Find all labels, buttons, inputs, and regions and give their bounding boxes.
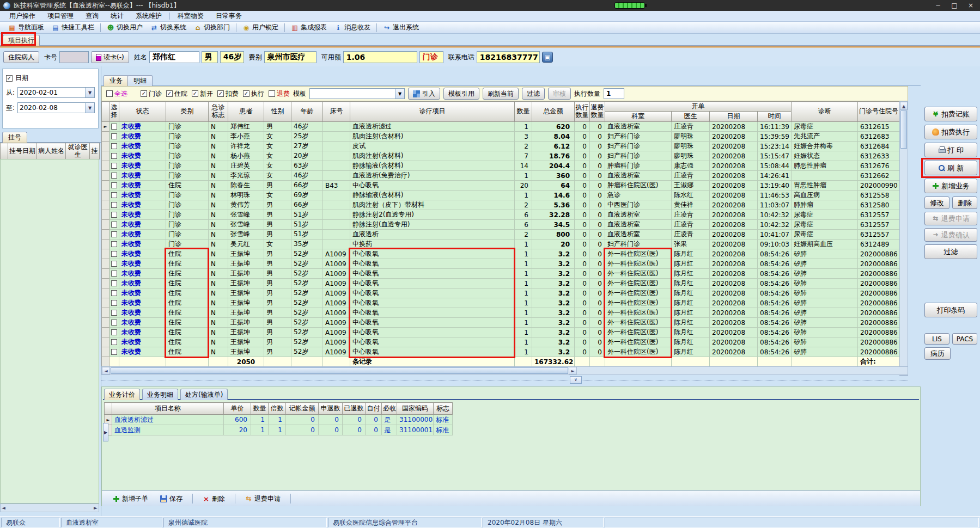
row-checkbox[interactable]	[109, 151, 119, 161]
refresh-button[interactable]: 刷 新	[924, 161, 977, 175]
column-header-patient[interactable]: 患者	[228, 102, 264, 122]
quota-field[interactable]: 1.06	[343, 51, 417, 63]
row-checkbox[interactable]	[109, 347, 119, 357]
table-row[interactable]: 未收费住院N王振坤男52岁A1009中心吸氧13.200外一科住院区(医)陈月红…	[102, 347, 900, 357]
tab-detail[interactable]: 明细	[127, 75, 153, 86]
toolbar-button-quick-toolbar[interactable]: ▤快捷工具栏	[48, 22, 98, 33]
panel-splitter[interactable]: ∨	[101, 375, 921, 386]
checkbox[interactable]	[111, 231, 117, 237]
column-header-visit-no[interactable]: 门诊号住院号	[858, 102, 900, 122]
checkbox[interactable]	[111, 133, 117, 139]
filter-checkbox-执行[interactable]: ✓执行	[243, 89, 264, 99]
column-header-doctor[interactable]: 医生	[672, 112, 710, 122]
row-checkbox[interactable]	[109, 249, 119, 259]
checkbox[interactable]	[106, 90, 113, 97]
table-row[interactable]: 未收费住院N王振坤男52岁A1009中心吸氧13.200外一科住院区(医)陈月红…	[102, 269, 900, 279]
print-barcode-button[interactable]: 打印条码	[924, 303, 977, 317]
checkbox[interactable]	[111, 261, 117, 267]
table-row[interactable]: 未收费门诊N张雪峰男51岁血液透析280000血液透析室庄凌青202002081…	[102, 230, 900, 240]
row-checkbox[interactable]	[109, 288, 119, 298]
column-header-type[interactable]: 类别	[166, 102, 209, 122]
pacs-button[interactable]: PACS	[952, 333, 977, 345]
scroll-left-icon[interactable]: ◄	[2, 505, 5, 511]
table-row[interactable]: 未收费门诊N林明珠女69岁静脉输液(含材料)114.600急诊陈水红202002…	[102, 191, 900, 200]
column-header[interactable]: 自付	[366, 403, 382, 415]
refresh-current-button[interactable]: 刷新当前	[483, 88, 519, 100]
checkbox[interactable]	[111, 124, 117, 130]
toolbar-button-integrated-report[interactable]: ▥集成报表	[287, 22, 331, 33]
save-button[interactable]: 保存	[155, 494, 188, 504]
row-checkbox[interactable]	[109, 269, 119, 279]
to-date-select[interactable]: 2020-02-08▼	[17, 102, 95, 113]
column-header-sex[interactable]: 性别	[264, 102, 291, 122]
filter-button[interactable]: 过滤	[522, 88, 545, 100]
column-header[interactable]: 必收	[382, 403, 397, 415]
collapse-handle-icon[interactable]: ▶	[103, 423, 108, 441]
checkbox[interactable]	[111, 182, 117, 188]
checkbox[interactable]	[111, 271, 117, 277]
column-header[interactable]: 标志	[434, 403, 453, 415]
horizontal-scrollbar[interactable]: ◄►	[101, 366, 908, 375]
tab-project-execute[interactable]: 项目执行	[3, 35, 40, 46]
scroll-right-icon[interactable]: ►	[569, 367, 577, 374]
column-header-amount[interactable]: 总金额	[532, 102, 575, 122]
table-row[interactable]: 未收费门诊N李小燕女25岁肌肉注射(含材料)38.0400妇产科门诊廖明珠202…	[102, 132, 900, 142]
column-header[interactable]: 单价	[224, 403, 251, 415]
menu-item[interactable]: 查询	[80, 11, 105, 21]
exec-qty-input[interactable]: 1	[604, 88, 624, 99]
scroll-up-icon[interactable]: ▲	[900, 102, 908, 110]
charge-execute-button[interactable]: 扣费执行	[924, 125, 977, 139]
checkbox[interactable]	[111, 290, 117, 296]
close-button[interactable]: ×	[963, 0, 979, 11]
table-row[interactable]: 未收费门诊N李光琼女46岁血液透析(免费治疗)136000血液透析室庄凌青202…	[102, 171, 900, 181]
column-header-dept[interactable]: 科室	[605, 112, 672, 122]
delete-button[interactable]: ×删除	[197, 494, 230, 504]
filter-checkbox-住院[interactable]: ✓住院	[166, 89, 187, 99]
checkbox[interactable]	[111, 212, 117, 218]
left-horizontal-scrollbar[interactable]: ◄►	[0, 504, 99, 512]
menu-item[interactable]: 日常事务	[210, 11, 248, 21]
scroll-left-icon[interactable]: ◄	[102, 367, 110, 374]
delete-row-button[interactable]: 删除	[952, 197, 977, 209]
table-row[interactable]: 未收费门诊N吴元红女35岁中换药12000妇产科门诊张果2020020809:1…	[102, 240, 900, 249]
import-button[interactable]: 引入	[408, 88, 440, 100]
column-header-exec-qty[interactable]: 执行数量	[575, 102, 590, 122]
checkbox[interactable]	[111, 153, 117, 159]
date-checkbox[interactable]: ✓	[6, 75, 13, 82]
column-header-order-group[interactable]: 开单	[605, 102, 792, 112]
checkbox[interactable]: ✓	[217, 90, 224, 97]
checkbox[interactable]	[111, 222, 117, 228]
filter-checkbox-门诊[interactable]: ✓门诊	[141, 89, 162, 99]
row-checkbox[interactable]	[109, 210, 119, 220]
menu-item[interactable]: 用户操作	[3, 11, 41, 21]
menu-item[interactable]: 科室物资	[172, 11, 210, 21]
tab-business[interactable]: 业务	[104, 75, 129, 86]
row-checkbox[interactable]	[109, 181, 119, 191]
table-row[interactable]: 未收费住院N王振坤男52岁A1009中心吸氧13.200外一科住院区(医)陈月红…	[102, 298, 900, 308]
checkbox[interactable]	[111, 251, 117, 257]
column-header[interactable]: 项目名称	[112, 403, 224, 415]
row-checkbox[interactable]	[109, 240, 119, 249]
modify-button[interactable]: 修改	[924, 197, 949, 209]
table-row[interactable]: 未收费住院N王振坤男52岁A1009中心吸氧13.200外一科住院区(医)陈月红…	[102, 288, 900, 298]
checkbox[interactable]: ✓	[243, 90, 249, 97]
scrollbar-thumb[interactable]	[900, 110, 907, 149]
filter-checkbox-退费[interactable]: 退费	[269, 89, 290, 99]
patient-name-field[interactable]: 郑伟红	[149, 51, 199, 63]
column-header-diagnosis[interactable]: 诊断	[792, 102, 858, 122]
table-row[interactable]: 未收费住院N王振坤男52岁A1009中心吸氧13.200外一科住院区(医)陈月红…	[102, 308, 900, 318]
vertical-scrollbar[interactable]: ▲▼	[899, 101, 908, 376]
template-select[interactable]: ▼	[309, 88, 405, 99]
table-row[interactable]: 未收费门诊N张雪峰男51岁静脉注射2(血透专用)632.2800血液透析室庄凌青…	[102, 210, 900, 220]
from-date-select[interactable]: 2020-02-01▼	[17, 87, 95, 98]
chevron-down-icon[interactable]: ▼	[85, 103, 94, 113]
column-header[interactable]: 倍数	[269, 403, 286, 415]
minimize-button[interactable]: ─	[930, 0, 946, 11]
row-checkbox[interactable]	[109, 230, 119, 240]
chevron-down-icon[interactable]: ▼	[85, 88, 94, 97]
card-no-field[interactable]	[59, 51, 89, 63]
column-header-qty[interactable]: 数量	[515, 102, 532, 122]
scrollbar-thumb[interactable]	[111, 367, 568, 374]
row-checkbox[interactable]	[109, 171, 119, 181]
column-header[interactable]: 申退数	[319, 403, 343, 415]
